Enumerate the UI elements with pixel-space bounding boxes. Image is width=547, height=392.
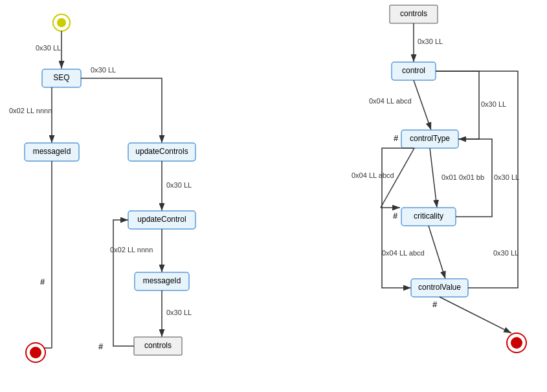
node-updatecontrols-text: updateControls (135, 147, 188, 156)
node-seq-text: SEQ (53, 73, 69, 82)
node-messageid1-text: messageId (33, 147, 71, 156)
label-control-loop: 0x30 LL (481, 100, 506, 108)
label-seq-updatecontrols: 0x30 LL (91, 66, 116, 74)
hash-controls1: # (98, 342, 104, 351)
label-controltype-criticality: 0x04 LL abcd (352, 171, 394, 179)
node-control-text: control (402, 66, 425, 75)
label-controlvalue-loop: 0x30 LL (493, 249, 519, 257)
hash-controltype: # (394, 133, 399, 143)
node-criticality-text: criticality (414, 212, 443, 221)
edge-control-loop (436, 71, 479, 139)
label-controls-control: 0x30 LL (418, 38, 443, 45)
hash-messageid1: # (40, 277, 45, 287)
start-state-inner-1 (57, 18, 66, 27)
label-updatecontrol-messageid2: 0x02 LL nnnn (110, 246, 153, 254)
label-criticality-controlvalue: 0x04 LL abcd (382, 249, 425, 257)
diagram-container: 0x30 LL SEQ 0x02 LL nnnn 0x30 LL message… (0, 0, 547, 392)
label-control-controltype: 0x04 LL abcd (369, 97, 412, 105)
edge-criticality-controlvalue (429, 226, 445, 279)
end-state-1-inner (30, 347, 41, 358)
edge-controlvalue-end2 (440, 297, 511, 333)
label-updatecontrols-updatecontrol: 0x30 LL (166, 181, 192, 189)
node-updatecontrol-text: updateControl (137, 215, 186, 224)
node-controltype-text: controlType (410, 134, 450, 143)
node-messageid2-text: messageId (143, 276, 181, 285)
label-messageid2-controls1: 0x30 LL (166, 309, 192, 316)
label-controltype-criticality-main: 0x01 0x01 bb (441, 173, 484, 181)
label-criticality-loop: 0x30 LL (494, 173, 519, 181)
hash-controlvalue: # (432, 299, 438, 309)
edge-controltype-criticality-main (430, 148, 437, 208)
edge-control-controltype (414, 80, 431, 130)
node-controls-top-text: controls (400, 9, 427, 18)
node-controls1-text: controls (144, 341, 172, 350)
edge-seq-updatecontrols (81, 78, 162, 143)
hash-criticality: # (393, 211, 398, 221)
node-controlvalue-text: controlValue (418, 283, 461, 292)
end-state-2-inner (511, 337, 522, 349)
label-start-seq: 0x30 LL (36, 44, 61, 52)
label-seq-messageid1: 0x02 LL nnnn (9, 107, 52, 114)
edge-controls1-updatecontrol-loop (113, 220, 134, 346)
